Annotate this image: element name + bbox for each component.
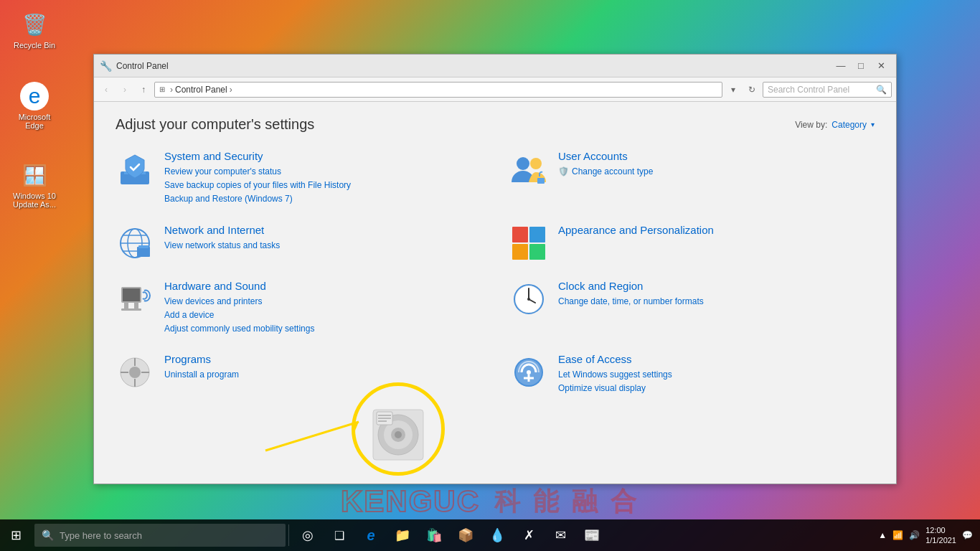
taskbar-search[interactable]: 🔍 Type here to search	[34, 524, 286, 547]
user-accounts-title[interactable]: User Accounts	[558, 150, 875, 162]
category-clock-region: Clock and Region Change date, time, or n…	[509, 280, 875, 336]
view-by-value[interactable]: Category	[831, 120, 867, 130]
tray-up-arrow[interactable]: ▲	[878, 530, 887, 540]
svg-rect-11	[138, 245, 149, 248]
user-accounts-text: User Accounts 🛡️Change account type	[558, 150, 875, 179]
tray-volume: 🔊	[909, 530, 920, 540]
system-security-link-2[interactable]: Save backup copies of your files with Fi…	[164, 179, 481, 192]
taskbar-search-placeholder: Type here to search	[60, 530, 142, 541]
breadcrumb-end-separator: ›	[230, 85, 232, 95]
recycle-bin-icon[interactable]: 🗑️ Recycle Bin	[6, 7, 63, 52]
svg-point-35	[527, 370, 531, 375]
refresh-button[interactable]: ↻	[744, 82, 760, 98]
clock-region-text: Clock and Region Change date, time, or n…	[558, 280, 875, 309]
ease-of-access-link-2[interactable]: Optimize visual display	[558, 382, 875, 395]
search-control[interactable]: Search Control Panel 🔍	[763, 82, 892, 98]
view-by-control: View by: Category ▾	[795, 120, 875, 130]
maximize-button[interactable]: □	[852, 58, 870, 74]
system-security-link-1[interactable]: Review your computer's status	[164, 165, 481, 179]
start-button[interactable]: ⊞	[0, 519, 32, 551]
system-security-title[interactable]: System and Security	[164, 150, 481, 162]
view-by-label: View by:	[795, 120, 827, 130]
hardware-sound-link-2[interactable]: Add a device	[164, 309, 481, 322]
back-button[interactable]: ‹	[98, 82, 114, 98]
svg-point-27	[129, 367, 141, 378]
taskbar-edge[interactable]: e	[355, 519, 387, 551]
window-controls: — □ ✕	[831, 58, 890, 74]
category-programs: Programs Uninstall a program	[116, 353, 481, 395]
ease-of-access-link-1[interactable]: Let Windows suggest settings	[558, 368, 875, 382]
taskbar-cortana[interactable]: ◎	[292, 519, 324, 551]
taskbar-system-tray: ▲ 📶 🔊 12:00 1/1/2021 💬	[878, 525, 980, 546]
tray-notification[interactable]: 💬	[962, 530, 973, 540]
search-icon: 🔍	[876, 85, 887, 95]
appearance-title[interactable]: Appearance and Personalization	[558, 224, 875, 236]
svg-rect-10	[137, 247, 150, 257]
category-hardware-sound: Hardware and Sound View devices and prin…	[116, 280, 481, 336]
windows-update-label: Windows 10 Update As...	[9, 192, 60, 209]
ease-of-access-title[interactable]: Ease of Access	[558, 353, 875, 365]
programs-title[interactable]: Programs	[164, 353, 481, 365]
breadcrumb-separator: ›	[170, 85, 173, 95]
user-accounts-link-1[interactable]: 🛡️Change account type	[558, 165, 875, 179]
page-title: Adjust your computer's settings	[116, 116, 314, 133]
clock-region-icon	[509, 280, 548, 319]
view-by-dropdown-arrow[interactable]: ▾	[871, 121, 875, 128]
taskbar-task-view[interactable]: ❑	[324, 519, 355, 551]
breadcrumb-home-icon: ⊞	[159, 85, 165, 93]
clock-region-link-1[interactable]: Change date, time, or number formats	[558, 295, 875, 309]
taskbar-store[interactable]: 🛍️	[418, 519, 450, 551]
network-internet-text: Network and Internet View network status…	[164, 224, 481, 253]
svg-point-2	[517, 157, 529, 170]
hardware-sound-link-1[interactable]: View devices and printers	[164, 295, 481, 309]
tray-time: 12:00 1/1/2021	[925, 525, 956, 546]
minimize-button[interactable]: —	[831, 58, 850, 74]
taskbar: ⊞ 🔍 Type here to search ◎ ❑ e 📁 🛍️ 📦 💧 ✗…	[0, 519, 980, 551]
network-internet-link-1[interactable]: View network status and tasks	[164, 239, 481, 253]
windows-update-icon[interactable]: 🪟 Windows 10 Update As...	[6, 158, 63, 212]
taskbar-search-icon: 🔍	[42, 529, 54, 541]
user-accounts-icon	[509, 150, 548, 189]
svg-rect-18	[124, 303, 128, 309]
ease-of-access-icon	[509, 353, 548, 392]
system-security-link-3[interactable]: Backup and Restore (Windows 7)	[164, 192, 481, 206]
appearance-icon	[509, 224, 548, 263]
network-internet-icon	[116, 224, 154, 263]
watermark-latin: KENGUC	[341, 484, 480, 519]
taskbar-amazon[interactable]: 📦	[450, 519, 481, 551]
edge-icon[interactable]: e Microsoft Edge	[6, 79, 63, 133]
hardware-sound-link-3[interactable]: Adjust commonly used mobility settings	[164, 322, 481, 336]
programs-text: Programs Uninstall a program	[164, 353, 481, 382]
taskbar-mail[interactable]: ✉	[545, 519, 576, 551]
breadcrumb-bar[interactable]: ⊞ › Control Panel ›	[154, 82, 722, 98]
svg-rect-17	[123, 288, 140, 301]
hardware-sound-text: Hardware and Sound View devices and prin…	[164, 280, 481, 336]
forward-button[interactable]: ›	[117, 82, 133, 98]
recycle-bin-label: Recycle Bin	[14, 41, 55, 50]
clock-region-title[interactable]: Clock and Region	[558, 280, 875, 292]
main-content: Adjust your computer's settings View by:…	[94, 102, 896, 484]
programs-icon	[116, 353, 154, 392]
system-security-text: System and Security Review your computer…	[164, 150, 481, 207]
address-bar: ‹ › ↑ ⊞ › Control Panel › ▾ ↻ Search Con…	[94, 77, 896, 102]
breadcrumb-text: Control Panel	[175, 85, 227, 95]
hardware-sound-title[interactable]: Hardware and Sound	[164, 280, 481, 292]
taskbar-file-explorer[interactable]: 📁	[387, 519, 418, 551]
category-network-internet: Network and Internet View network status…	[116, 224, 481, 263]
taskbar-dropbox[interactable]: 💧	[481, 519, 513, 551]
close-button[interactable]: ✕	[872, 58, 890, 74]
categories-grid: System and Security Review your computer…	[116, 150, 875, 396]
desktop: 🗑️ Recycle Bin e Microsoft Edge 🪟 Window…	[0, 0, 980, 551]
control-panel-window: 🔧 Control Panel — □ ✕ ‹ › ↑ ⊞ › Control …	[93, 54, 897, 484]
category-user-accounts: User Accounts 🛡️Change account type	[509, 150, 875, 207]
appearance-text: Appearance and Personalization	[558, 224, 875, 239]
window-title: Control Panel	[116, 61, 831, 71]
svg-point-3	[530, 158, 542, 169]
network-internet-title[interactable]: Network and Internet	[164, 224, 481, 236]
dropdown-button[interactable]: ▾	[725, 82, 741, 98]
ease-of-access-text: Ease of Access Let Windows suggest setti…	[558, 353, 875, 395]
up-button[interactable]: ↑	[136, 82, 151, 98]
taskbar-app2[interactable]: 📰	[576, 519, 608, 551]
taskbar-app1[interactable]: ✗	[513, 519, 545, 551]
programs-link-1[interactable]: Uninstall a program	[164, 368, 481, 382]
